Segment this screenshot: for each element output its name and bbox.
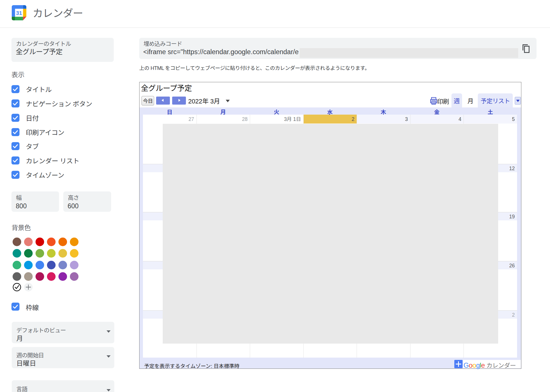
svg-text:31: 31 [16,10,22,16]
